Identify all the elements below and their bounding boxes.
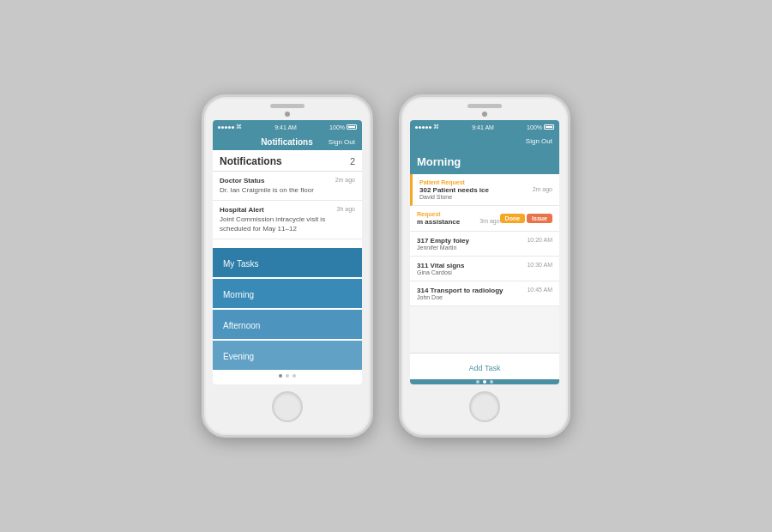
phone-1: ⌘ 9:41 AM 100% Notifications Sign Out No… bbox=[202, 94, 373, 438]
camera-2 bbox=[482, 112, 487, 117]
task-item-patient-sub: David Stone bbox=[419, 194, 489, 200]
status-bar-1: ⌘ 9:41 AM 100% bbox=[213, 120, 362, 134]
menu-item-evening-label: Evening bbox=[223, 352, 254, 361]
task-item-vital-content: 311 Vital signs Gina Cardosi bbox=[417, 262, 464, 275]
task-item-transport-row: 314 Transport to radiology John Doe 10:4… bbox=[417, 287, 552, 300]
done-button[interactable]: Done bbox=[500, 214, 526, 223]
notif-item-doctor-header: Doctor Status 2m ago bbox=[220, 177, 355, 184]
add-task-label: Add Task bbox=[469, 364, 501, 372]
status-right-2: 100% bbox=[527, 124, 554, 130]
task-item-transport[interactable]: 314 Transport to radiology John Doe 10:4… bbox=[410, 281, 559, 306]
notif-title: Notifications bbox=[220, 155, 282, 167]
task-item-vital-time: 10:30 AM bbox=[527, 262, 552, 268]
sign-out-button-2[interactable]: Sign Out bbox=[526, 137, 552, 145]
task-item-patient-title: 302 Patient needs ice bbox=[419, 186, 489, 194]
notif-list: Doctor Status 2m ago Dr. Ian Craigmile i… bbox=[213, 172, 362, 247]
sign-out-button-1[interactable]: Sign Out bbox=[329, 138, 355, 146]
notif-item-doctor[interactable]: Doctor Status 2m ago Dr. Ian Craigmile i… bbox=[213, 172, 362, 201]
home-button-1[interactable] bbox=[272, 391, 303, 422]
task-item-patient-time: 2m ago bbox=[533, 186, 552, 192]
page-dot-3 bbox=[293, 374, 296, 378]
task-item-transport-time: 10:45 AM bbox=[527, 287, 552, 293]
task-item-patient-label: Patient Request bbox=[419, 179, 552, 185]
task-header: Morning bbox=[410, 148, 559, 174]
task-item-foley-sub: Jennifer Martin bbox=[417, 245, 469, 251]
task-item-empty-foley[interactable]: 317 Empty foley Jennifer Martin 10:20 AM bbox=[410, 232, 559, 257]
task-item-vital-signs[interactable]: 311 Vital signs Gina Cardosi 10:30 AM bbox=[410, 257, 559, 281]
swiped-text: m assistance bbox=[417, 218, 460, 226]
battery-icon-1 bbox=[347, 124, 357, 130]
task-item-vital-title: 311 Vital signs bbox=[417, 262, 464, 269]
swiped-label: Request bbox=[417, 211, 500, 217]
page-dot-2 bbox=[286, 374, 289, 378]
menu-item-afternoon[interactable]: Afternoon bbox=[213, 310, 362, 339]
status-left-2: ⌘ bbox=[415, 124, 439, 130]
task-item-transport-content: 314 Transport to radiology John Doe bbox=[417, 287, 503, 300]
task-list: Patient Request 302 Patient needs ice Da… bbox=[410, 174, 559, 353]
battery-pct-1: 100% bbox=[329, 124, 345, 130]
status-time-2: 9:41 AM bbox=[472, 124, 494, 130]
wifi-icon-2: ⌘ bbox=[433, 124, 439, 130]
menu-item-morning-label: Morning bbox=[223, 290, 254, 299]
task-item-foley-title: 317 Empty foley bbox=[417, 237, 469, 245]
add-task-btn[interactable]: Add Task bbox=[410, 353, 559, 379]
task-item-swiped-content: Request m assistance 3m ago bbox=[417, 211, 500, 226]
notif-hospital-time: 3h ago bbox=[337, 206, 355, 214]
notif-hospital-body: Joint Commission intracycle visit is sch… bbox=[220, 215, 355, 233]
status-time-1: 9:41 AM bbox=[274, 124, 297, 130]
notif-hospital-title: Hospital Alert bbox=[220, 206, 264, 214]
speaker-2 bbox=[467, 104, 502, 108]
task-item-patient-content: 302 Patient needs ice David Stone bbox=[419, 186, 489, 200]
swiped-row: m assistance 3m ago bbox=[417, 218, 500, 226]
page-dots-2 bbox=[410, 379, 559, 384]
battery-icon-2 bbox=[544, 124, 554, 130]
notif-item-hospital[interactable]: Hospital Alert 3h ago Joint Commission i… bbox=[213, 201, 362, 239]
phone-2-screen: ⌘ 9:41 AM 100% Sign Out Morning bbox=[410, 120, 559, 384]
camera-1 bbox=[285, 112, 290, 117]
bottom-bar-2 bbox=[410, 379, 559, 384]
page-dot-4 bbox=[476, 380, 479, 384]
menu-item-my-tasks[interactable]: My Tasks bbox=[213, 248, 362, 277]
status-bar-2: ⌘ 9:41 AM 100% bbox=[410, 120, 559, 134]
menu-section: My Tasks Morning Afternoon Evening bbox=[213, 247, 362, 384]
task-item-foley-content: 317 Empty foley Jennifer Martin bbox=[417, 237, 469, 251]
speaker-1 bbox=[270, 104, 305, 108]
menu-item-evening[interactable]: Evening bbox=[213, 341, 362, 370]
battery-pct-2: 100% bbox=[527, 124, 542, 130]
task-item-patient-row: 302 Patient needs ice David Stone 2m ago bbox=[419, 186, 552, 200]
notif-doctor-time: 2m ago bbox=[335, 177, 355, 184]
status-left-1: ⌘ bbox=[218, 124, 242, 130]
phone-1-top bbox=[204, 97, 371, 120]
task-item-swiped[interactable]: Request m assistance 3m ago Done Issue bbox=[410, 206, 559, 232]
signal-dots-1 bbox=[218, 126, 234, 129]
status-right-1: 100% bbox=[329, 124, 357, 130]
menu-item-my-tasks-label: My Tasks bbox=[223, 259, 259, 269]
page-dot-5 bbox=[483, 380, 486, 384]
issue-button[interactable]: Issue bbox=[527, 214, 552, 223]
nav-bar-2: Sign Out bbox=[410, 134, 559, 148]
swiped-actions: Done Issue bbox=[500, 214, 552, 223]
task-item-patient-request[interactable]: Patient Request 302 Patient needs ice Da… bbox=[410, 174, 559, 206]
task-item-vital-row: 311 Vital signs Gina Cardosi 10:30 AM bbox=[417, 262, 552, 275]
menu-item-afternoon-label: Afternoon bbox=[223, 321, 260, 330]
swiped-title: m assistance bbox=[417, 218, 460, 226]
wifi-icon-1: ⌘ bbox=[236, 124, 242, 130]
task-item-vital-sub: Gina Cardosi bbox=[417, 269, 464, 275]
task-item-transport-sub: John Doe bbox=[417, 294, 503, 300]
home-button-2[interactable] bbox=[469, 391, 500, 422]
notif-header: Notifications 2 bbox=[213, 150, 362, 172]
phone-2: ⌘ 9:41 AM 100% Sign Out Morning bbox=[399, 94, 570, 438]
notif-item-hospital-header: Hospital Alert 3h ago bbox=[220, 206, 355, 214]
nav-title-1: Notifications bbox=[261, 137, 313, 147]
phone-1-screen: ⌘ 9:41 AM 100% Notifications Sign Out No… bbox=[213, 120, 362, 384]
page-dot-6 bbox=[490, 380, 493, 384]
page-dot-1 bbox=[279, 374, 282, 378]
signal-dots-2 bbox=[415, 126, 431, 129]
notif-doctor-title: Doctor Status bbox=[220, 177, 264, 184]
phones-container: ⌘ 9:41 AM 100% Notifications Sign Out No… bbox=[202, 94, 570, 438]
nav-bar-1: Notifications Sign Out bbox=[213, 134, 362, 150]
menu-item-morning[interactable]: Morning bbox=[213, 279, 362, 308]
notif-count: 2 bbox=[350, 156, 355, 166]
task-item-foley-row: 317 Empty foley Jennifer Martin 10:20 AM bbox=[417, 237, 552, 251]
task-item-foley-time: 10:20 AM bbox=[527, 237, 552, 243]
